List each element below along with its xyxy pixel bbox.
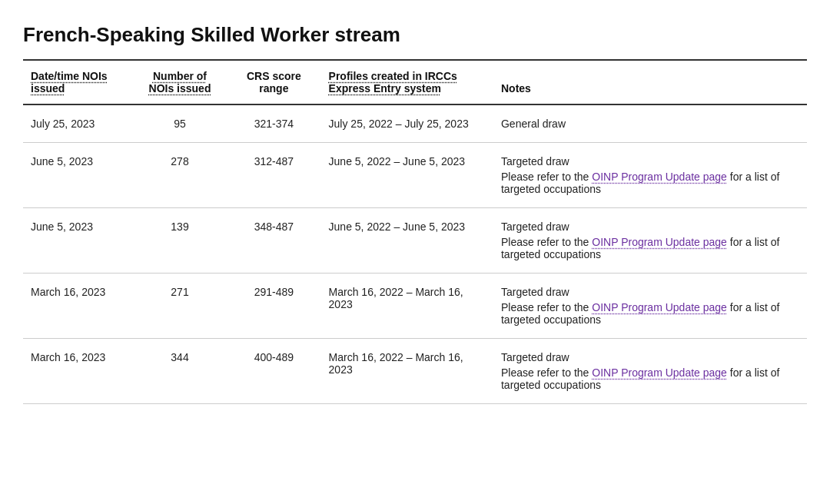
note-type: Targeted draw [501,155,569,167]
table-header-row: Date/time NOIs issued Number of NOIs iss… [23,60,807,104]
table-row: June 5, 2023278312-487June 5, 2022 – Jun… [23,143,807,208]
oinp-program-update-link[interactable]: OINP Program Update page [592,236,727,248]
table-row: July 25, 202395321-374July 25, 2022 – Ju… [23,104,807,143]
note-type: Targeted draw [501,220,569,233]
cell-profiles: March 16, 2022 – March 16, 2023 [321,274,493,339]
note-detail: Please refer to the OINP Program Update … [501,171,799,195]
note-detail: Please refer to the OINP Program Update … [501,366,799,391]
cell-crs: 291-489 [227,274,320,339]
note-type: General draw [501,118,566,130]
cell-notes: General draw [493,104,807,143]
cell-number: 344 [133,339,227,404]
cell-notes: Targeted drawPlease refer to the OINP Pr… [493,339,807,404]
oinp-program-update-link[interactable]: OINP Program Update page [592,171,727,183]
page-title: French-Speaking Skilled Worker stream [23,23,807,47]
cell-profiles: June 5, 2022 – June 5, 2023 [321,208,493,274]
header-date: Date/time NOIs issued [23,60,133,104]
cell-crs: 400-489 [227,339,320,404]
header-notes: Notes [493,60,807,104]
cell-number: 278 [133,143,227,208]
table-row: March 16, 2023344400-489March 16, 2022 –… [23,339,807,404]
header-number: Number of NOIs issued [133,60,227,104]
cell-number: 139 [133,208,227,274]
oinp-program-update-link[interactable]: OINP Program Update page [592,366,727,379]
cell-date: March 16, 2023 [23,339,133,404]
note-type: Targeted draw [501,286,569,298]
cell-profiles: July 25, 2022 – July 25, 2023 [321,104,493,143]
cell-crs: 348-487 [227,208,320,274]
table-row: June 5, 2023139348-487June 5, 2022 – Jun… [23,208,807,274]
cell-profiles: June 5, 2022 – June 5, 2023 [321,143,493,208]
cell-notes: Targeted drawPlease refer to the OINP Pr… [493,208,807,274]
note-type: Targeted draw [501,351,569,363]
cell-crs: 312-487 [227,143,320,208]
cell-number: 271 [133,274,227,339]
oinp-program-update-link[interactable]: OINP Program Update page [592,301,727,313]
cell-date: July 25, 2023 [23,104,133,143]
note-detail: Please refer to the OINP Program Update … [501,236,799,260]
note-detail: Please refer to the OINP Program Update … [501,301,799,326]
data-table: Date/time NOIs issued Number of NOIs iss… [23,59,807,404]
cell-notes: Targeted drawPlease refer to the OINP Pr… [493,143,807,208]
cell-date: March 16, 2023 [23,274,133,339]
cell-date: June 5, 2023 [23,143,133,208]
cell-notes: Targeted drawPlease refer to the OINP Pr… [493,274,807,339]
cell-date: June 5, 2023 [23,208,133,274]
cell-crs: 321-374 [227,104,320,143]
table-row: March 16, 2023271291-489March 16, 2022 –… [23,274,807,339]
header-profiles: Profiles created in IRCCs Express Entry … [321,60,493,104]
header-crs: CRS score range [227,60,320,104]
cell-number: 95 [133,104,227,143]
cell-profiles: March 16, 2022 – March 16, 2023 [321,339,493,404]
